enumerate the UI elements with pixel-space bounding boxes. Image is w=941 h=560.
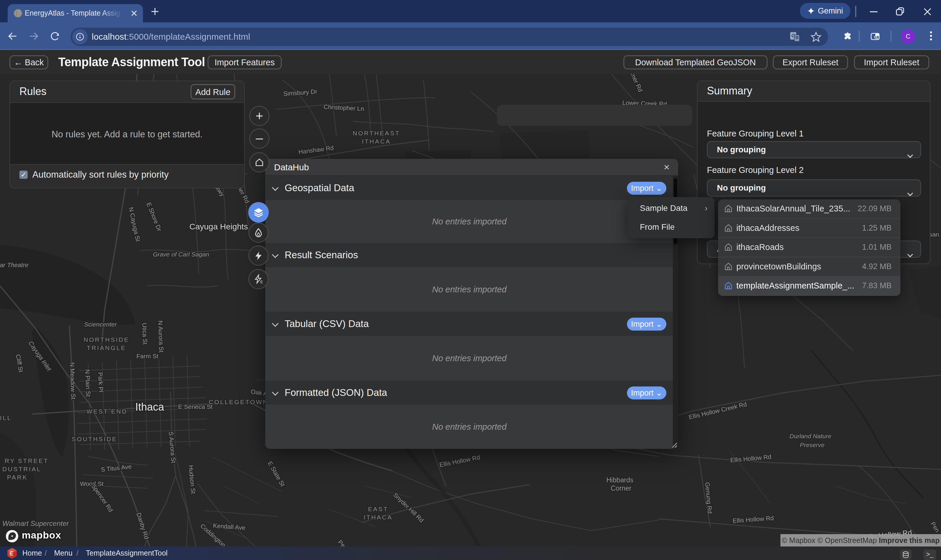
svg-text:Danby Rd: Danby Rd (135, 512, 150, 540)
svg-text:san: san (929, 231, 939, 238)
svg-text:E: E (260, 280, 263, 284)
svg-text:NORTHEAST: NORTHEAST (352, 130, 400, 137)
svg-text:NORTHSIDE: NORTHSIDE (83, 336, 129, 343)
svg-text:Christopher Ln: Christopher Ln (323, 103, 364, 112)
svg-text:Utica St: Utica St (141, 323, 149, 345)
svg-text:E Shore Dr: E Shore Dr (145, 202, 163, 232)
svg-text:EAST: EAST (368, 506, 388, 512)
svg-text:Park Pl: Park Pl (97, 372, 105, 392)
svg-text:Preserve: Preserve (800, 442, 824, 448)
svg-text:Pen: Pen (930, 521, 941, 534)
svg-text:Cliff St: Cliff St (15, 354, 25, 373)
svg-text:N Aurora St: N Aurora St (157, 320, 165, 352)
svg-text:E State St: E State St (267, 460, 286, 488)
svg-text:Snyder Hill Rd: Snyder Hill Rd (392, 491, 425, 523)
svg-text:N Meadow St: N Meadow St (69, 362, 77, 399)
svg-text:Corner: Corner (611, 485, 632, 492)
svg-text:Spencer Rd: Spencer Rd (90, 483, 114, 513)
svg-text:Genung Rd: Genung Rd (704, 482, 713, 514)
svg-text:Grave of Carl Sagan: Grave of Carl Sagan (153, 251, 209, 258)
svg-text:Ellis Hollow Rd: Ellis Hollow Rd (439, 454, 480, 468)
svg-text:ITHACA: ITHACA (364, 514, 393, 521)
svg-text:RY STREET: RY STREET (5, 457, 49, 464)
svg-text:Hanshaw Rd: Hanshaw Rd (298, 144, 334, 155)
svg-text:N Cayuga St: N Cayuga St (128, 206, 141, 242)
svg-text:Ithaca: Ithaca (135, 401, 165, 413)
svg-text:S Titus Ave: S Titus Ave (101, 463, 132, 473)
svg-text:E Seneca St: E Seneca St (178, 403, 212, 410)
svg-text:COLLEGETOWN: COLLEGETOWN (209, 398, 269, 405)
svg-text:DUSTRIAL: DUSTRIAL (2, 466, 42, 472)
svg-text:Cayuga Heights: Cayuga Heights (189, 222, 248, 231)
svg-text:Ellis Hollow Rd: Ellis Hollow Rd (732, 514, 774, 524)
svg-text:Hudson St: Hudson St (188, 465, 197, 494)
svg-text:S Aurora St: S Aurora St (168, 431, 177, 463)
svg-text:Kendall Ave: Kendall Ave (213, 522, 246, 531)
svg-text:Hibbards: Hibbards (606, 476, 633, 484)
svg-text:Sciencenter: Sciencenter (84, 321, 117, 328)
svg-text:mer Rd: mer Rd (629, 74, 644, 93)
svg-text:WEST END: WEST END (86, 408, 127, 415)
svg-text:Walmart Supercenter: Walmart Supercenter (2, 519, 69, 527)
svg-text:PARK: PARK (7, 474, 28, 481)
svg-text:Farm St: Farm St (137, 353, 158, 359)
svg-text:TRIANGLE: TRIANGLE (87, 345, 126, 351)
svg-text:N Plain St: N Plain St (84, 369, 92, 397)
svg-text:Durland Nature: Durland Nature (790, 433, 831, 439)
svg-text:ITHACA: ITHACA (362, 138, 391, 145)
svg-text:Simsbury Dr: Simsbury Dr (283, 88, 318, 97)
svg-text:SOUTHSIDE: SOUTHSIDE (72, 435, 117, 442)
svg-text:gar Theatre: gar Theatre (0, 262, 29, 268)
svg-text:Ellis Hollow Creek Rd: Ellis Hollow Creek Rd (688, 401, 747, 421)
svg-text:ILL: ILL (0, 414, 12, 421)
